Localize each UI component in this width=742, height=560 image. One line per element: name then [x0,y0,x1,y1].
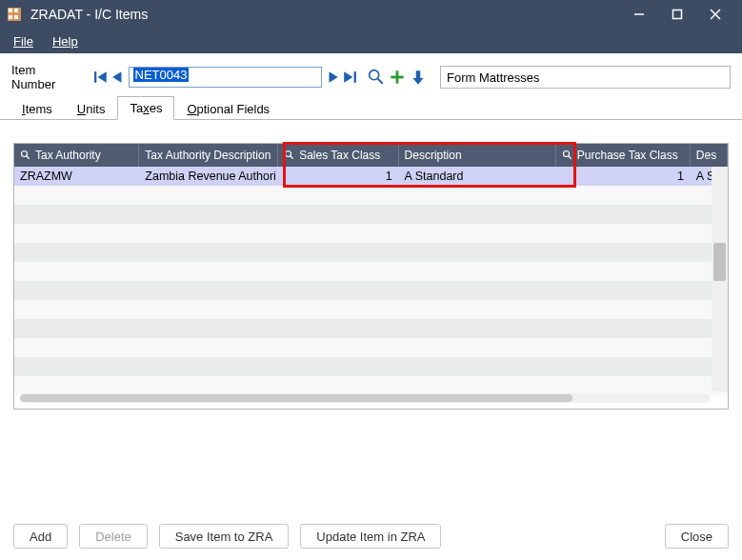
cell-sales-tax-class[interactable]: 1 [278,167,398,186]
tax-grid[interactable]: Tax Authority Tax Authority Description … [13,143,729,410]
item-number-label: Item Number [11,63,83,91]
menu-bar: File Help [0,29,742,53]
prev-record-button[interactable] [111,70,125,85]
item-description-input[interactable] [440,66,731,89]
svg-marker-5 [97,71,106,83]
window-title: ZRADAT - I/C Items [30,7,148,22]
svg-marker-6 [112,71,121,83]
menu-help[interactable]: Help [43,34,88,49]
close-window-button[interactable] [696,0,734,29]
item-number-input[interactable]: NET0043 [129,67,323,88]
app-icon [8,8,21,21]
col-description[interactable]: Description [399,144,556,167]
delete-button[interactable]: Delete [79,524,148,549]
horizontal-scrollbar[interactable] [20,393,711,403]
minimize-button[interactable] [620,0,658,29]
col-purchase-tax-class[interactable]: Purchase Tax Class [556,144,691,167]
svg-rect-14 [416,70,420,79]
svg-marker-7 [330,71,338,83]
add-icon[interactable] [389,69,406,86]
col-sales-tax-class[interactable]: Sales Tax Class [278,144,398,167]
cell-tax-authority[interactable]: ZRAZMW [14,167,139,186]
tab-optional-fields[interactable]: Optional Fields [174,97,282,120]
svg-line-17 [27,156,30,159]
cell-tax-authority-desc[interactable]: Zambia Revenue Authori... [139,167,278,186]
first-record-button[interactable] [94,70,108,85]
svg-rect-1 [673,10,682,19]
maximize-button[interactable] [658,0,696,29]
title-bar: ZRADAT - I/C Items [0,0,742,29]
svg-line-19 [291,156,293,159]
tab-items[interactable]: Items [10,97,65,120]
next-record-button[interactable] [326,70,339,85]
svg-rect-4 [94,71,96,83]
last-record-button[interactable] [343,70,356,85]
cell-description[interactable]: A Standard [399,167,556,186]
svg-point-20 [563,151,569,157]
tab-strip: Items Units Taxes Optional Fields [0,97,742,120]
add-button[interactable]: Add [13,524,68,549]
table-row[interactable]: ZRAZMW Zambia Revenue Authori... 1 A Sta… [14,167,728,186]
svg-line-11 [378,79,383,84]
svg-marker-15 [412,78,423,85]
svg-marker-8 [345,71,353,83]
menu-file[interactable]: File [4,34,43,49]
svg-point-10 [370,70,379,80]
finder-icon[interactable] [368,69,385,86]
tab-content: Tax Authority Tax Authority Description … [0,120,742,512]
col-desc2[interactable]: Des [691,144,728,167]
tab-taxes[interactable]: Taxes [117,96,174,120]
svg-point-18 [286,151,291,157]
drilldown-icon[interactable] [410,69,427,86]
update-in-zra-button[interactable]: Update Item in ZRA [300,524,441,549]
item-number-row: Item Number NET0043 [0,53,742,97]
footer-buttons: Add Delete Save Item to ZRA Update Item … [0,512,742,560]
cell-purchase-tax-class[interactable]: 1 [556,167,691,186]
svg-line-21 [569,156,572,159]
svg-rect-9 [354,71,356,83]
svg-point-16 [22,151,28,157]
vertical-scrollbar[interactable] [712,167,728,391]
save-to-zra-button[interactable]: Save Item to ZRA [159,524,290,549]
grid-body[interactable]: ZRAZMW Zambia Revenue Authori... 1 A Sta… [14,167,728,409]
tab-units[interactable]: Units [65,97,118,120]
close-button[interactable]: Close [665,524,729,549]
grid-header-row: Tax Authority Tax Authority Description … [14,144,728,167]
col-tax-authority-desc[interactable]: Tax Authority Description [139,144,278,167]
col-tax-authority[interactable]: Tax Authority [14,144,139,167]
